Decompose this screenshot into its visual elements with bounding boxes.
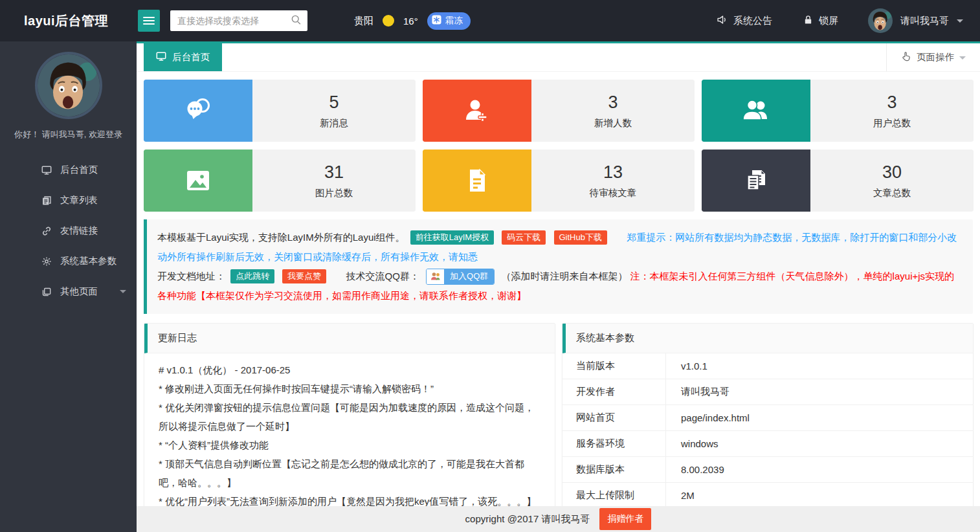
notice-line-1: 本模板基于Layui实现，支持除LayIM外所有的Layui组件。 前往获取La… [157, 228, 963, 267]
header-right: 系统公告 锁屏 请叫我马哥 [717, 8, 980, 33]
stat-value: 3 [608, 93, 618, 113]
stat-value: 30 [882, 162, 902, 183]
param-value: 8.00.2039 [666, 457, 973, 482]
link-icon [41, 226, 52, 236]
sun-icon [383, 15, 394, 27]
frost-icon [432, 15, 441, 27]
changelog-line: * 修改刚进入页面无任何操作时按回车键提示“请输入解锁密码！” [159, 379, 540, 398]
stat-card-new-messages[interactable]: 5 新消息 [144, 80, 416, 142]
notice-line-2: 开发文档地址： 点此跳转 我要点赞 技术交流QQ群： 加入QQ群 （添加时请注明… [157, 267, 963, 305]
tab-bar: 后台首页 页面操作 [137, 43, 980, 72]
changelog-line: * 顶部天气信息自动判断位置【忘记之前是怎么想的做成北京的了，可能是我在大首都吧… [159, 454, 540, 492]
stat-info: 3 用户总数 [810, 80, 974, 142]
param-label: 服务器环境 [562, 431, 666, 456]
doc-icon [423, 150, 531, 212]
notice-panel: 本模板基于Layui实现，支持除LayIM外所有的Layui组件。 前往获取La… [144, 219, 973, 314]
stat-card-new-users[interactable]: 3 新增人数 [423, 80, 695, 142]
sidebar-item-system-params[interactable]: 系统基本参数 [0, 246, 137, 276]
stat-label: 用户总数 [873, 117, 911, 129]
docs-jump-button[interactable]: 点此跳转 [230, 269, 274, 283]
table-row: 数据库版本 8.00.2039 [562, 457, 973, 483]
sidebar-greeting: 你好！ 请叫我马哥, 欢迎登录 [0, 129, 137, 140]
monitor-icon [156, 51, 166, 63]
stat-value: 13 [603, 162, 623, 183]
github-download-button[interactable]: GitHub下载 [554, 230, 607, 245]
stat-card-pending-articles[interactable]: 13 待审核文章 [423, 150, 695, 212]
pages-icon [41, 287, 52, 297]
changelog-line: * 优化“用户列表”无法查询到新添加的用户【竟然是因为我把key值写错了，该死。… [159, 492, 540, 506]
system-params-card: 系统基本参数 当前版本 v1.0.1 开发作者 请叫我马哥 网站 [562, 323, 974, 506]
notice-intro-text: 本模板基于Layui实现，支持除LayIM外所有的Layui组件。 [157, 232, 405, 243]
weather-alert-badge: 霜冻 [427, 12, 471, 30]
main-area: 后台首页 页面操作 [137, 41, 980, 532]
param-label: 网站首页 [562, 405, 666, 430]
stat-value: 31 [324, 162, 344, 183]
user-name[interactable]: 请叫我马哥 [900, 15, 949, 27]
footer: copyright @2017 请叫我马哥 捐赠作者 [137, 506, 980, 532]
changelog-line: * 优化关闭弹窗按钮的提示信息位置问题【可能是因为加载速度的原因，造成这个问题，… [159, 398, 540, 436]
sidebar-item-home[interactable]: 后台首页 [0, 155, 137, 185]
param-value: page/index.html [666, 405, 973, 430]
chevron-down-icon [957, 19, 963, 26]
lock-screen-button[interactable]: 锁屏 [803, 15, 838, 27]
stat-info: 31 图片总数 [252, 150, 416, 212]
monitor-icon [41, 165, 52, 175]
stat-value: 3 [887, 93, 896, 113]
table-row: 网站首页 page/index.html [562, 405, 973, 431]
speaker-icon [717, 14, 728, 27]
table-row: 服务器环境 windows [562, 431, 973, 457]
sidebar-item-articles[interactable]: 文章列表 [0, 185, 137, 216]
changelog-line: * “个人资料”提供修改功能 [159, 436, 540, 454]
stat-card-total-images[interactable]: 31 图片总数 [144, 150, 416, 212]
lock-icon [803, 15, 813, 27]
system-params-card-title: 系统基本参数 [562, 324, 973, 353]
app-window: layui后台管理 贵阳 16° 霜冻 系统公告 [0, 0, 980, 532]
gitee-download-button[interactable]: 码云下载 [502, 230, 546, 245]
stat-value: 5 [329, 93, 339, 113]
stat-card-total-users[interactable]: 3 用户总数 [702, 80, 974, 142]
tab-home[interactable]: 后台首页 [144, 43, 222, 71]
param-label: 数据库版本 [562, 457, 666, 482]
changelog-card-title: 更新日志 [144, 324, 555, 353]
qq-avatar-icon [427, 269, 444, 284]
page-actions-dropdown[interactable]: 页面操作 [886, 43, 980, 71]
weather-city: 贵阳 [354, 15, 373, 27]
docs-address-label: 开发文档地址： [157, 271, 225, 282]
join-qq-group-button[interactable]: 加入QQ群 [426, 269, 495, 285]
stat-card-total-articles[interactable]: 30 文章总数 [702, 150, 974, 212]
sidebar-item-links[interactable]: 友情链接 [0, 216, 137, 246]
user-menu[interactable]: 请叫我马哥 [868, 8, 963, 33]
like-button[interactable]: 我要点赞 [282, 269, 326, 283]
stat-label: 新消息 [320, 117, 348, 129]
stat-info: 13 待审核文章 [531, 150, 695, 212]
changelog-card: 更新日志 # v1.0.1（优化） - 2017-06-25 * 修改刚进入页面… [144, 323, 555, 506]
search-box[interactable] [170, 10, 307, 31]
top-header: layui后台管理 贵阳 16° 霜冻 系统公告 [0, 0, 980, 41]
chevron-down-icon [959, 56, 966, 63]
param-value: windows [666, 431, 973, 456]
stat-label: 图片总数 [315, 187, 353, 199]
changelog-body: # v1.0.1（优化） - 2017-06-25 * 修改刚进入页面无任何操作… [144, 353, 555, 506]
param-value: 请叫我马哥 [666, 379, 973, 405]
changelog-line: # v1.0.1（优化） - 2017-06-25 [159, 360, 540, 379]
table-row: 开发作者 请叫我马哥 [562, 379, 973, 405]
menu-toggle-button[interactable] [138, 10, 160, 32]
system-announcement-button[interactable]: 系统公告 [717, 14, 772, 27]
stat-info: 5 新消息 [252, 80, 416, 142]
stat-label: 待审核文章 [590, 187, 637, 199]
donate-button[interactable]: 捐赠作者 [599, 508, 651, 530]
stat-label: 文章总数 [873, 187, 911, 199]
search-input[interactable] [177, 16, 291, 26]
gear-icon [41, 256, 52, 267]
layim-license-button[interactable]: 前往获取LayIM授权 [410, 230, 494, 245]
hand-pointer-icon [901, 51, 911, 63]
users-icon [702, 80, 810, 142]
article-icon [41, 195, 52, 206]
copyright-text: copyright @2017 请叫我马哥 [465, 513, 590, 526]
sidebar-item-other-pages[interactable]: 其他页面 [0, 276, 137, 307]
user-avatar[interactable] [868, 8, 893, 33]
sidebar-avatar [35, 52, 102, 119]
weather-widget: 贵阳 16° 霜冻 [354, 12, 471, 30]
search-icon[interactable] [291, 14, 302, 28]
qq-group-label: 技术交流QQ群： [346, 271, 419, 282]
